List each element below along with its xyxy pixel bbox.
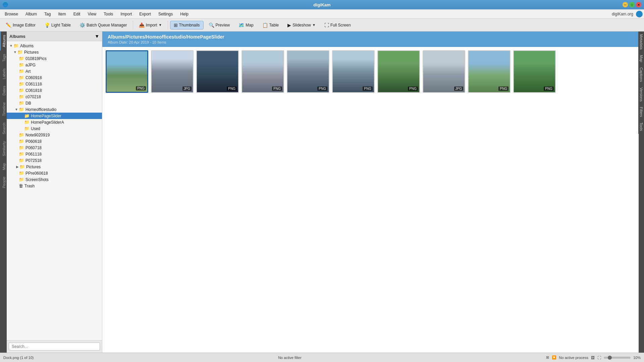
album-path: Albums/Pictures/Homeofficestudio/HomePag… xyxy=(108,34,633,40)
menu-help[interactable]: Help xyxy=(177,10,192,18)
albums-collapse-button[interactable]: ▼ xyxy=(95,34,99,39)
tree-item-c070218[interactable]: 📁 c070218 xyxy=(7,94,102,100)
folder-icon: 📁 xyxy=(19,145,24,150)
tree-item-pictures2[interactable]: ▶ 📁 Pictures xyxy=(7,164,102,170)
thumbnails-area[interactable]: PNG JPG PNG PNG PNG PNG xyxy=(102,47,639,353)
album-date: Album Date: 20 Apr 2019 - 10 Items xyxy=(108,40,633,44)
slideshow-button[interactable]: ▶ Slideshow ▼ xyxy=(284,21,319,29)
tab-labels[interactable]: Labels xyxy=(0,65,7,82)
import-button[interactable]: 📥 Import ▼ xyxy=(135,21,166,29)
thumbnail-6[interactable]: PNG xyxy=(332,50,375,93)
batch-queue-button[interactable]: ⚙️ Batch Queue Manager xyxy=(76,21,131,29)
right-tab-filters[interactable]: Filters xyxy=(638,104,644,120)
tab-search[interactable]: Search xyxy=(0,119,7,138)
thumbnail-10[interactable]: PNG xyxy=(513,50,556,93)
tree-item-note9020919[interactable]: 📁 Note9020919 xyxy=(7,132,102,138)
map-button[interactable]: 🗺️ Map xyxy=(235,21,257,29)
fullscreen-button[interactable]: ⛶ Full Screen xyxy=(321,21,355,29)
close-button[interactable]: ✕ xyxy=(636,2,641,7)
thumbnail-4[interactable]: PNG xyxy=(241,50,284,93)
minimize-button[interactable]: ─ xyxy=(623,2,628,7)
folder-icon: 📁 xyxy=(19,139,24,144)
menu-import[interactable]: Import xyxy=(117,10,135,18)
sidebar-search xyxy=(7,340,102,353)
thumbnail-3[interactable]: PNG xyxy=(196,50,239,93)
light-table-button[interactable]: 💡 Light Table xyxy=(41,21,74,29)
right-tab-versions[interactable]: Versions xyxy=(638,85,644,104)
tree-item-used[interactable]: 📁 Used xyxy=(7,125,102,132)
right-tab-map[interactable]: Map xyxy=(638,52,644,65)
search-input[interactable] xyxy=(9,343,100,351)
tab-map[interactable]: Map xyxy=(0,160,7,173)
tree-item-p072518[interactable]: 📁 P072518 xyxy=(7,157,102,164)
right-tabs: Metadata Map Captions Versions Filters T… xyxy=(639,32,644,353)
tree-item-ajpg[interactable]: 📁 aJPG xyxy=(7,62,102,68)
tree-item-p060618[interactable]: 📁 P060618 xyxy=(7,138,102,144)
menu-browse[interactable]: Browse xyxy=(1,10,21,18)
tree-item-p061118[interactable]: 📁 P061118 xyxy=(7,151,102,157)
tab-similarity[interactable]: Similarity xyxy=(0,138,7,160)
folder-icon: 📁 xyxy=(19,107,24,112)
brand-icon xyxy=(636,11,643,17)
folder-icon: 📁 xyxy=(19,132,24,137)
preview-button[interactable]: 🔍 Preview xyxy=(205,21,234,29)
thumbnail-2[interactable]: JPG xyxy=(151,50,194,93)
thumbnail-1[interactable]: PNG xyxy=(106,50,148,93)
tree-item-homepagesliderA[interactable]: 📁 HomePageSliderA xyxy=(7,119,102,125)
tree-item-010819pics[interactable]: 📁 010819Pics xyxy=(7,55,102,62)
right-tab-metadata[interactable]: Metadata xyxy=(638,32,644,52)
tree-item-db[interactable]: 📁 DB xyxy=(7,100,102,106)
tree-item-homeofficestudio[interactable]: ▼ 📁 Homeofficestudio xyxy=(7,106,102,113)
slideshow-icon: ▶ xyxy=(287,22,291,28)
tree-item-art[interactable]: 📁 Art xyxy=(7,68,102,74)
folder-icon: 📁 xyxy=(13,43,19,48)
menu-item[interactable]: Item xyxy=(55,10,69,18)
thumbnail-9[interactable]: PNG xyxy=(468,50,511,93)
thumbnail-8[interactable]: JPG xyxy=(423,50,465,93)
tree-item-c061118[interactable]: 📁 C061118 xyxy=(7,81,102,87)
right-tab-captions[interactable]: Captions xyxy=(638,65,644,84)
menu-settings[interactable]: Settings xyxy=(155,10,176,18)
thumb-badge-5: PNG xyxy=(317,86,327,91)
tab-tags[interactable]: Tags xyxy=(0,51,7,65)
tree-item-homepageslider[interactable]: 📁 HomePageSlider xyxy=(7,113,102,119)
tree-item-pictures[interactable]: ▼ 📁 Pictures xyxy=(7,49,102,55)
tree-item-screenshots[interactable]: 📁 ScreenShots xyxy=(7,176,102,183)
folder-icon: 📁 xyxy=(19,75,24,80)
menu-view[interactable]: View xyxy=(84,10,100,18)
thumbnail-7[interactable]: PNG xyxy=(377,50,420,93)
tab-people[interactable]: People xyxy=(0,173,7,191)
tab-albums[interactable]: Albums xyxy=(0,32,7,51)
menu-edit[interactable]: Edit xyxy=(70,10,84,18)
slideshow-dropdown-icon: ▼ xyxy=(312,23,316,27)
thumbnails-button[interactable]: ⊞ Thumbnails xyxy=(170,21,204,29)
folder-icon: 📁 xyxy=(24,126,30,131)
zoom-level: 10% xyxy=(633,356,641,360)
image-editor-button[interactable]: ✏️ Image Editor xyxy=(2,21,39,29)
tree-item-trash[interactable]: 🗑 Trash xyxy=(7,183,102,189)
folder-icon: 📁 xyxy=(19,164,25,169)
tab-dates[interactable]: Dates xyxy=(0,82,7,99)
menu-tools[interactable]: Tools xyxy=(100,10,116,18)
thumb-image-8 xyxy=(423,51,465,92)
thumbnail-5[interactable]: PNG xyxy=(287,50,329,93)
titlebar: digiKam ─ □ ✕ xyxy=(0,0,644,9)
tree-item-c061818[interactable]: 📁 C061818 xyxy=(7,87,102,94)
right-tab-tools[interactable]: Tools xyxy=(638,120,644,134)
tree-item-c060918[interactable]: 📁 C060918 xyxy=(7,74,102,81)
tree-item-albums[interactable]: ▼ 📁 Albums xyxy=(7,43,102,49)
menu-tag[interactable]: Tag xyxy=(41,10,54,18)
menubar: Browse Album Tag Item Edit View Tools Im… xyxy=(0,9,644,19)
menu-export[interactable]: Export xyxy=(136,10,154,18)
tree-item-ppre060618[interactable]: 📁 PPre060618 xyxy=(7,170,102,176)
maximize-button[interactable]: □ xyxy=(629,2,635,7)
zoom-slider[interactable] xyxy=(604,357,631,359)
albums-tree: ▼ 📁 Albums ▼ 📁 Pictures 📁 010819Pics 📁 a… xyxy=(7,41,102,340)
tree-item-p060718[interactable]: 📁 P060718 xyxy=(7,144,102,151)
table-button[interactable]: 📋 Table xyxy=(259,21,283,29)
tab-timeline[interactable]: Timeline xyxy=(0,99,7,119)
thumb-badge-2: JPG xyxy=(182,86,192,91)
menu-album[interactable]: Album xyxy=(22,10,40,18)
thumb-badge-7: PNG xyxy=(408,86,418,91)
window-title: digiKam xyxy=(313,2,330,7)
